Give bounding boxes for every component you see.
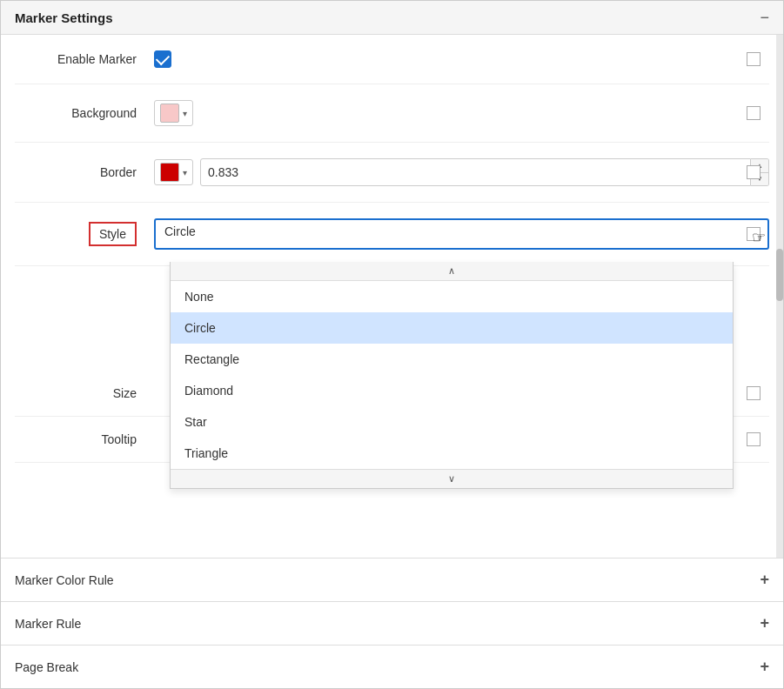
dropdown-item-none[interactable]: None	[171, 281, 733, 312]
dropdown-item-diamond[interactable]: Diamond	[171, 375, 733, 406]
panel-header: Marker Settings −	[1, 1, 783, 35]
page-break-row[interactable]: Page Break +	[1, 645, 783, 688]
background-row-checkbox[interactable]	[747, 106, 761, 120]
dropdown-item-circle[interactable]: Circle	[171, 312, 733, 344]
dropdown-item-star[interactable]: Star	[171, 406, 733, 438]
bottom-rows: Marker Color Rule + Marker Rule + Page B…	[1, 558, 783, 688]
border-color-swatch	[160, 163, 179, 182]
panel-title: Marker Settings	[15, 10, 113, 25]
background-label: Background	[15, 106, 154, 120]
size-label: Size	[15, 386, 154, 400]
style-dropdown[interactable]: Circle	[154, 218, 769, 250]
style-row-checkbox[interactable]	[747, 227, 761, 241]
dropdown-scroll-down[interactable]: ∨	[171, 469, 733, 488]
border-chevron-icon: ▾	[183, 168, 187, 177]
style-row: Style Circle ∨ ☞ ∧ None Circle Rectangle	[15, 203, 769, 266]
background-chevron-icon: ▾	[183, 109, 187, 118]
scrollbar[interactable]	[776, 35, 783, 571]
border-control: ▾ ▲ ▼	[154, 158, 769, 186]
marker-rule-label: Marker Rule	[15, 617, 81, 631]
tooltip-label: Tooltip	[15, 432, 154, 446]
background-color-swatch	[160, 104, 179, 123]
style-label: Style	[89, 222, 137, 246]
dropdown-item-rectangle[interactable]: Rectangle	[171, 344, 733, 375]
border-value-input[interactable]	[200, 158, 751, 186]
panel-body: Enable Marker Background ▾ B	[1, 35, 783, 688]
background-row: Background ▾	[15, 84, 769, 143]
page-break-label: Page Break	[15, 660, 78, 674]
style-control: Circle ∨ ☞	[154, 218, 769, 250]
border-row-checkbox[interactable]	[747, 165, 761, 179]
style-select-wrapper: Circle ∨ ☞	[154, 218, 769, 250]
size-row-checkbox[interactable]	[747, 386, 761, 400]
enable-marker-row-checkbox[interactable]	[747, 52, 761, 66]
scroll-thumb[interactable]	[776, 249, 783, 301]
enable-marker-row: Enable Marker	[15, 35, 769, 84]
marker-color-rule-plus-icon[interactable]: +	[760, 571, 769, 589]
style-label-wrapper: Style	[15, 227, 154, 241]
marker-color-rule-label: Marker Color Rule	[15, 573, 114, 587]
dropdown-item-triangle[interactable]: Triangle	[171, 438, 733, 469]
minimize-button[interactable]: −	[760, 10, 769, 25]
background-color-button[interactable]: ▾	[154, 100, 193, 126]
border-label: Border	[15, 165, 154, 179]
marker-color-rule-row[interactable]: Marker Color Rule +	[1, 558, 783, 601]
border-row: Border ▾ ▲ ▼	[15, 143, 769, 203]
enable-marker-checkbox[interactable]	[154, 50, 171, 68]
enable-marker-label: Enable Marker	[15, 52, 154, 66]
enable-marker-control	[154, 50, 769, 68]
marker-settings-panel: Marker Settings − Enable Marker Backgrou…	[0, 0, 784, 689]
marker-rule-plus-icon[interactable]: +	[760, 614, 769, 632]
border-color-button[interactable]: ▾	[154, 159, 193, 185]
background-control: ▾	[154, 100, 769, 126]
page-break-plus-icon[interactable]: +	[760, 658, 769, 676]
marker-rule-row[interactable]: Marker Rule +	[1, 601, 783, 645]
dropdown-scroll-up[interactable]: ∧	[171, 262, 733, 281]
settings-area: Enable Marker Background ▾ B	[1, 35, 783, 463]
border-number-wrapper: ▲ ▼	[200, 158, 769, 186]
tooltip-row-checkbox[interactable]	[747, 432, 761, 446]
style-dropdown-list: ∧ None Circle Rectangle Diamond Star Tri…	[170, 262, 734, 489]
